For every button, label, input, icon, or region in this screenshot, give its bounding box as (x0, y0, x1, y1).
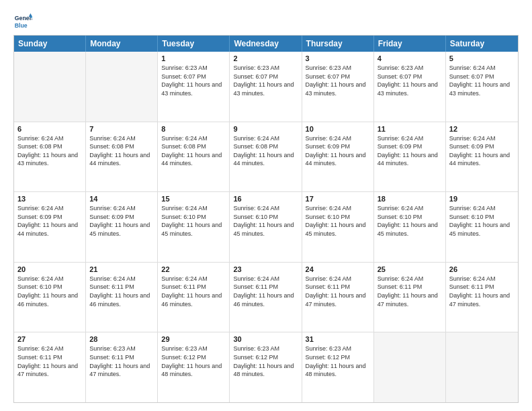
day-info: Sunrise: 6:24 AM Sunset: 6:11 PM Dayligh… (89, 275, 154, 308)
day-info: Sunrise: 6:23 AM Sunset: 6:07 PM Dayligh… (233, 64, 298, 97)
day-number: 30 (233, 335, 298, 343)
calendar-day-8: 8Sunrise: 6:24 AM Sunset: 6:08 PM Daylig… (158, 122, 230, 192)
calendar-day-6: 6Sunrise: 6:24 AM Sunset: 6:08 PM Daylig… (14, 122, 86, 192)
day-number: 22 (161, 265, 226, 273)
day-number: 27 (17, 335, 82, 343)
day-info: Sunrise: 6:24 AM Sunset: 6:08 PM Dayligh… (17, 134, 82, 168)
calendar-day-21: 21Sunrise: 6:24 AM Sunset: 6:11 PM Dayli… (86, 263, 158, 332)
calendar-day-31: 31Sunrise: 6:23 AM Sunset: 6:12 PM Dayli… (302, 332, 374, 402)
day-info: Sunrise: 6:24 AM Sunset: 6:10 PM Dayligh… (233, 204, 298, 238)
day-number: 13 (17, 195, 82, 203)
logo-icon: General Blue (13, 12, 32, 31)
day-info: Sunrise: 6:24 AM Sunset: 6:09 PM Dayligh… (378, 134, 442, 168)
day-number: 2 (233, 54, 298, 62)
calendar-day-5: 5Sunrise: 6:24 AM Sunset: 6:07 PM Daylig… (446, 52, 518, 122)
calendar-day-18: 18Sunrise: 6:24 AM Sunset: 6:10 PM Dayli… (374, 192, 446, 262)
day-number: 24 (306, 265, 370, 273)
day-number: 4 (378, 54, 442, 62)
header-day-monday: Monday (86, 36, 158, 52)
day-info: Sunrise: 6:24 AM Sunset: 6:10 PM Dayligh… (449, 204, 515, 238)
day-info: Sunrise: 6:24 AM Sunset: 6:09 PM Dayligh… (17, 204, 82, 238)
calendar-day-23: 23Sunrise: 6:24 AM Sunset: 6:11 PM Dayli… (230, 263, 302, 332)
day-info: Sunrise: 6:23 AM Sunset: 6:07 PM Dayligh… (378, 64, 442, 97)
calendar: SundayMondayTuesdayWednesdayThursdayFrid… (13, 35, 519, 403)
calendar-day-30: 30Sunrise: 6:23 AM Sunset: 6:12 PM Dayli… (230, 332, 302, 402)
calendar-week-3: 13Sunrise: 6:24 AM Sunset: 6:09 PM Dayli… (14, 191, 518, 262)
calendar-empty-cell (14, 52, 86, 122)
calendar-week-2: 6Sunrise: 6:24 AM Sunset: 6:08 PM Daylig… (14, 122, 518, 192)
day-info: Sunrise: 6:24 AM Sunset: 6:09 PM Dayligh… (306, 134, 370, 168)
day-info: Sunrise: 6:24 AM Sunset: 6:10 PM Dayligh… (306, 204, 370, 238)
day-info: Sunrise: 6:24 AM Sunset: 6:11 PM Dayligh… (378, 275, 442, 308)
calendar-day-3: 3Sunrise: 6:23 AM Sunset: 6:07 PM Daylig… (302, 52, 374, 122)
calendar-week-4: 20Sunrise: 6:24 AM Sunset: 6:10 PM Dayli… (14, 262, 518, 332)
day-info: Sunrise: 6:23 AM Sunset: 6:07 PM Dayligh… (161, 64, 226, 97)
day-info: Sunrise: 6:23 AM Sunset: 6:07 PM Dayligh… (306, 64, 370, 97)
day-info: Sunrise: 6:24 AM Sunset: 6:10 PM Dayligh… (378, 204, 442, 238)
day-info: Sunrise: 6:24 AM Sunset: 6:11 PM Dayligh… (17, 345, 82, 378)
day-info: Sunrise: 6:24 AM Sunset: 6:10 PM Dayligh… (17, 275, 82, 308)
header-day-wednesday: Wednesday (230, 36, 302, 52)
day-number: 31 (306, 335, 370, 343)
calendar-day-1: 1Sunrise: 6:23 AM Sunset: 6:07 PM Daylig… (158, 52, 230, 122)
day-info: Sunrise: 6:24 AM Sunset: 6:08 PM Dayligh… (233, 134, 298, 168)
calendar-day-29: 29Sunrise: 6:23 AM Sunset: 6:12 PM Dayli… (158, 332, 230, 402)
calendar-day-17: 17Sunrise: 6:24 AM Sunset: 6:10 PM Dayli… (302, 192, 374, 262)
day-number: 7 (89, 125, 154, 133)
calendar-empty-cell (86, 52, 158, 122)
day-number: 14 (89, 195, 154, 203)
header-day-friday: Friday (374, 36, 446, 52)
day-info: Sunrise: 6:24 AM Sunset: 6:08 PM Dayligh… (161, 134, 226, 168)
day-number: 12 (449, 125, 515, 133)
day-number: 20 (17, 265, 82, 273)
day-info: Sunrise: 6:24 AM Sunset: 6:11 PM Dayligh… (233, 275, 298, 308)
day-info: Sunrise: 6:23 AM Sunset: 6:11 PM Dayligh… (89, 345, 154, 378)
calendar-day-24: 24Sunrise: 6:24 AM Sunset: 6:11 PM Dayli… (302, 263, 374, 332)
calendar-day-7: 7Sunrise: 6:24 AM Sunset: 6:08 PM Daylig… (86, 122, 158, 192)
day-number: 18 (378, 195, 442, 203)
day-info: Sunrise: 6:24 AM Sunset: 6:07 PM Dayligh… (449, 64, 515, 97)
header-day-tuesday: Tuesday (158, 36, 230, 52)
calendar-day-27: 27Sunrise: 6:24 AM Sunset: 6:11 PM Dayli… (14, 332, 86, 402)
calendar-day-4: 4Sunrise: 6:23 AM Sunset: 6:07 PM Daylig… (374, 52, 446, 122)
day-info: Sunrise: 6:23 AM Sunset: 6:12 PM Dayligh… (306, 345, 370, 378)
day-number: 23 (233, 265, 298, 273)
header-day-thursday: Thursday (302, 36, 374, 52)
day-number: 17 (306, 195, 370, 203)
calendar-day-16: 16Sunrise: 6:24 AM Sunset: 6:10 PM Dayli… (230, 192, 302, 262)
day-number: 29 (161, 335, 226, 343)
calendar-day-26: 26Sunrise: 6:24 AM Sunset: 6:11 PM Dayli… (446, 263, 518, 332)
day-number: 9 (233, 125, 298, 133)
day-info: Sunrise: 6:24 AM Sunset: 6:08 PM Dayligh… (89, 134, 154, 168)
calendar-day-15: 15Sunrise: 6:24 AM Sunset: 6:10 PM Dayli… (158, 192, 230, 262)
day-number: 19 (449, 195, 515, 203)
calendar-header: SundayMondayTuesdayWednesdayThursdayFrid… (14, 36, 518, 52)
day-info: Sunrise: 6:23 AM Sunset: 6:12 PM Dayligh… (233, 345, 298, 378)
day-number: 25 (378, 265, 442, 273)
svg-text:Blue: Blue (15, 22, 28, 29)
day-info: Sunrise: 6:24 AM Sunset: 6:09 PM Dayligh… (449, 134, 515, 168)
day-info: Sunrise: 6:23 AM Sunset: 6:12 PM Dayligh… (161, 345, 226, 378)
day-number: 1 (161, 54, 226, 62)
calendar-day-9: 9Sunrise: 6:24 AM Sunset: 6:08 PM Daylig… (230, 122, 302, 192)
calendar-empty-cell (374, 332, 446, 402)
calendar-empty-cell (446, 332, 518, 402)
calendar-body: 1Sunrise: 6:23 AM Sunset: 6:07 PM Daylig… (14, 52, 518, 402)
header-day-sunday: Sunday (14, 36, 86, 52)
header-day-saturday: Saturday (446, 36, 518, 52)
calendar-day-11: 11Sunrise: 6:24 AM Sunset: 6:09 PM Dayli… (374, 122, 446, 192)
day-number: 16 (233, 195, 298, 203)
day-number: 10 (306, 125, 370, 133)
day-number: 11 (378, 125, 442, 133)
day-number: 26 (449, 265, 515, 273)
day-info: Sunrise: 6:24 AM Sunset: 6:11 PM Dayligh… (161, 275, 226, 308)
calendar-day-13: 13Sunrise: 6:24 AM Sunset: 6:09 PM Dayli… (14, 192, 86, 262)
calendar-day-2: 2Sunrise: 6:23 AM Sunset: 6:07 PM Daylig… (230, 52, 302, 122)
calendar-day-10: 10Sunrise: 6:24 AM Sunset: 6:09 PM Dayli… (302, 122, 374, 192)
calendar-day-12: 12Sunrise: 6:24 AM Sunset: 6:09 PM Dayli… (446, 122, 518, 192)
day-number: 3 (306, 54, 370, 62)
calendar-week-5: 27Sunrise: 6:24 AM Sunset: 6:11 PM Dayli… (14, 332, 518, 402)
day-number: 6 (17, 125, 82, 133)
day-info: Sunrise: 6:24 AM Sunset: 6:09 PM Dayligh… (89, 204, 154, 238)
day-info: Sunrise: 6:24 AM Sunset: 6:11 PM Dayligh… (306, 275, 370, 308)
